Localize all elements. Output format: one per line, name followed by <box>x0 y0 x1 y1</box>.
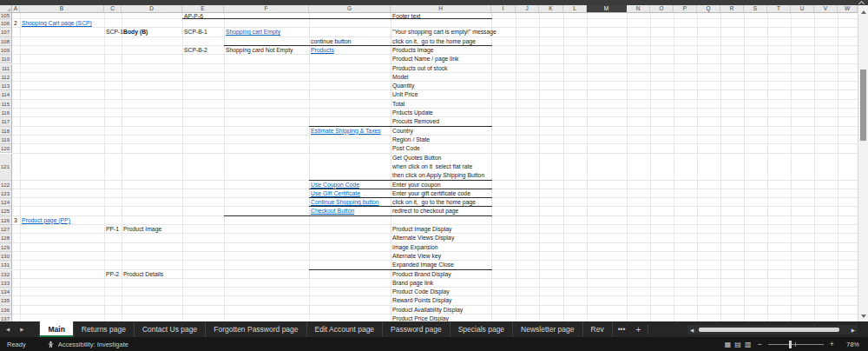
zoom-out-button[interactable]: − <box>757 340 761 348</box>
cell-D107[interactable]: Body (B) <box>123 28 148 36</box>
row-header-135[interactable]: 135 <box>0 296 12 305</box>
row-header-118[interactable]: 118 <box>0 127 12 136</box>
row-header-119[interactable]: 119 <box>0 136 12 144</box>
cell-H116[interactable]: Prducts Update <box>392 109 433 117</box>
scroll-down-icon[interactable] <box>861 315 866 318</box>
row-header-112[interactable]: 112 <box>0 73 12 82</box>
column-header-J[interactable]: J <box>516 5 539 12</box>
row-header-136[interactable]: 136 <box>0 306 12 315</box>
cell-H128[interactable]: Alternate Views Display <box>392 234 454 242</box>
cell-H121[interactable]: Get Quotes Button when click on it selec… <box>392 154 484 181</box>
cell-H136[interactable]: Product Availability Display <box>392 306 463 315</box>
column-header-E[interactable]: E <box>182 5 224 12</box>
row-header-110[interactable]: 110 <box>0 55 12 63</box>
row-header-126[interactable]: 126 <box>0 216 12 225</box>
cell-H109[interactable]: Products Image <box>392 46 434 55</box>
column-header-R[interactable]: R <box>720 5 744 12</box>
cell-G118[interactable]: Estimate Shipping & Taxes <box>311 127 381 136</box>
cell-A106[interactable]: 2 <box>14 19 17 28</box>
cell-H132[interactable]: Product Brand Display <box>392 270 451 279</box>
column-header-P[interactable]: P <box>674 5 697 12</box>
sheet-tab-newsletter-page[interactable]: Newsletter page <box>513 321 582 337</box>
column-header-M[interactable]: M <box>587 5 627 12</box>
row-header-111[interactable]: 111 <box>0 64 12 73</box>
row-header-132[interactable]: 132 <box>0 270 12 279</box>
cell-B126[interactable]: Product page (PP) <box>22 216 70 225</box>
column-header-C[interactable]: C <box>104 5 122 12</box>
accessibility-status[interactable]: Accessibility: Investigate <box>38 341 128 348</box>
row-header-127[interactable]: 127 <box>0 225 12 234</box>
row-header-128[interactable]: 128 <box>0 234 12 242</box>
cell-G109[interactable]: Products <box>311 46 334 55</box>
sheet-nav-right-icon[interactable]: ▶ <box>20 327 23 332</box>
row-header-129[interactable]: 129 <box>0 243 12 252</box>
cell-B106[interactable]: Shopping Cart page (SCP) <box>22 19 92 28</box>
cell-C132[interactable]: PP-2 <box>106 270 119 279</box>
row-header-137[interactable]: 137 <box>0 315 12 321</box>
cell-H120[interactable]: Post Code <box>392 144 420 153</box>
cell-H113[interactable]: Quantity <box>392 82 414 90</box>
row-header-131[interactable]: 131 <box>0 261 12 269</box>
row-header-117[interactable]: 117 <box>0 117 12 126</box>
column-header-D[interactable]: D <box>122 5 182 12</box>
scroll-up-icon[interactable] <box>861 10 866 14</box>
select-all-corner[interactable] <box>0 5 12 12</box>
sheet-tab-edit-account-page[interactable]: Edit Account page <box>307 321 384 337</box>
column-header-N[interactable]: N <box>627 5 650 12</box>
cell-A126[interactable]: 3 <box>14 216 17 225</box>
column-header-G[interactable]: G <box>309 5 391 12</box>
cell-D127[interactable]: Product Image <box>123 225 161 234</box>
row-header-107[interactable]: 107 <box>0 28 12 36</box>
zoom-slider[interactable] <box>768 341 824 348</box>
column-header-H[interactable]: H <box>391 5 491 12</box>
cell-H135[interactable]: Reward Points Display <box>392 296 451 305</box>
sheet-tab-overflow-button[interactable]: ••• <box>613 321 631 337</box>
cell-H114[interactable]: Unit Price <box>392 90 418 99</box>
row-header-113[interactable]: 113 <box>0 82 12 90</box>
row-header-122[interactable]: 122 <box>0 181 12 189</box>
column-header-A[interactable]: A <box>12 5 20 12</box>
cell-D132[interactable]: Product Details <box>123 270 163 279</box>
cell-F107[interactable]: Shopping cart Empty <box>226 28 280 36</box>
row-header-114[interactable]: 114 <box>0 90 12 99</box>
sheet-tab-password-page[interactable]: Password page <box>383 321 450 337</box>
row-header-130[interactable]: 130 <box>0 252 12 261</box>
cell-E109[interactable]: SCP-B-2 <box>184 46 207 55</box>
column-header-S[interactable]: S <box>744 5 767 12</box>
sheet-tab-contact-us-page[interactable]: Contact Us page <box>135 321 206 337</box>
cell-H133[interactable]: Brand page link <box>392 279 433 288</box>
cell-H127[interactable]: Product Image Display <box>392 225 451 234</box>
column-header-T[interactable]: T <box>767 5 791 12</box>
page-layout-view-icon[interactable]: ▤ <box>734 341 741 348</box>
cell-E107[interactable]: SCP-B-1 <box>184 28 207 36</box>
row-header-109[interactable]: 109 <box>0 46 12 55</box>
sheet-tab-specials-page[interactable]: Specials page <box>450 321 513 337</box>
spreadsheet-grid[interactable]: 105AP-P-6Footer text1062Shopping Cart pa… <box>0 13 858 321</box>
column-header-I[interactable]: I <box>491 5 516 12</box>
cell-H110[interactable]: Product Name / page link <box>392 55 458 63</box>
cell-H119[interactable]: Region / State <box>392 136 430 144</box>
column-header-B[interactable]: B <box>20 5 104 12</box>
row-header-108[interactable]: 108 <box>0 37 12 46</box>
add-sheet-button[interactable]: + <box>631 321 647 337</box>
scroll-right-icon[interactable]: ▶ <box>849 328 858 333</box>
sheet-tab-returns-page[interactable]: Returns page <box>74 321 135 337</box>
row-header-125[interactable]: 125 <box>0 207 12 215</box>
cell-C127[interactable]: PP-1 <box>106 225 119 234</box>
column-header-K[interactable]: K <box>539 5 563 12</box>
column-header-O[interactable]: O <box>650 5 674 12</box>
zoom-percentage[interactable]: 78% <box>840 341 859 348</box>
row-header-106[interactable]: 106 <box>0 19 12 28</box>
cell-H107[interactable]: "Your shopping cart is empty!" message <box>392 28 496 36</box>
vertical-scroll-thumb[interactable] <box>860 70 866 141</box>
cell-H112[interactable]: Model <box>392 73 409 82</box>
cell-F109[interactable]: Shopping card Not Empty <box>226 46 293 55</box>
horizontal-scroll-track[interactable] <box>696 325 849 334</box>
column-header-Q[interactable]: Q <box>697 5 720 12</box>
sheet-tab-main[interactable]: Main <box>39 321 73 337</box>
cell-H111[interactable]: Products out of stock <box>392 64 447 73</box>
zoom-slider-thumb[interactable] <box>789 341 792 348</box>
sheet-tab-rev[interactable]: Rev <box>583 321 613 337</box>
row-header-105[interactable]: 105 <box>0 13 12 19</box>
horizontal-scrollbar[interactable]: ◀ ▶ <box>687 325 858 334</box>
